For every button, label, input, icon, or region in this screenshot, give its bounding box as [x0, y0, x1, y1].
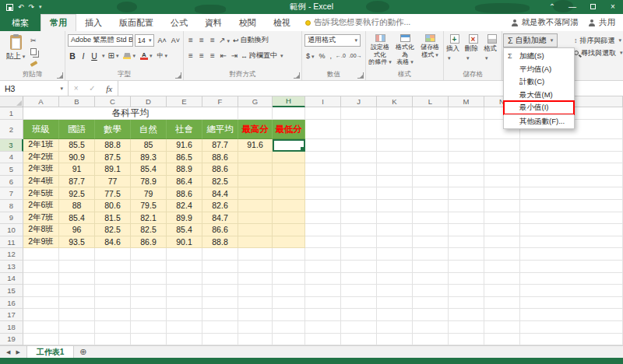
row-header-16[interactable]: 16 — [0, 297, 23, 310]
row-header-15[interactable]: 15 — [0, 285, 23, 297]
data-cell-E3[interactable]: 91.6 — [167, 139, 202, 152]
font-dialog-launcher-icon[interactable] — [175, 72, 181, 79]
data-cell-A8[interactable]: 2年6班 — [23, 200, 59, 212]
empty-cell[interactable] — [305, 273, 341, 285]
empty-cell[interactable] — [413, 200, 449, 212]
data-cell-D7[interactable]: 79 — [131, 187, 167, 200]
empty-cell[interactable] — [449, 248, 484, 261]
tab-review[interactable]: 校閱 — [231, 14, 265, 31]
column-header-H[interactable]: H — [273, 96, 305, 107]
row-header-7[interactable]: 7 — [0, 187, 23, 200]
empty-cell[interactable] — [305, 261, 341, 273]
row-header-4[interactable]: 4 — [0, 152, 23, 164]
paste-button[interactable]: 貼上▾ — [2, 33, 29, 71]
align-bottom-icon[interactable]: ≡ — [208, 36, 217, 44]
data-cell-A6[interactable]: 2年4班 — [23, 176, 59, 188]
empty-cell[interactable] — [341, 224, 377, 236]
empty-cell[interactable] — [341, 120, 377, 139]
empty-cell[interactable] — [341, 176, 377, 188]
empty-cell[interactable] — [23, 297, 59, 310]
empty-cell[interactable] — [484, 163, 520, 176]
empty-cell[interactable] — [449, 187, 484, 200]
save-icon[interactable] — [6, 4, 13, 11]
data-cell-D5[interactable]: 85.4 — [131, 163, 167, 176]
data-cell-B8[interactable]: 88 — [59, 200, 95, 212]
data-cell-D9[interactable]: 82.1 — [131, 212, 167, 225]
sort-filter-button[interactable]: ↕ 排序與篩選▾ — [574, 34, 623, 47]
data-cell-C10[interactable]: 82.5 — [95, 224, 131, 236]
empty-cell[interactable] — [23, 309, 59, 321]
currency-format-icon[interactable]: $▾ — [304, 52, 316, 60]
empty-cell[interactable] — [377, 334, 413, 346]
merged-title-cell[interactable]: 各科平均 — [23, 107, 238, 120]
empty-cell[interactable] — [59, 273, 95, 285]
data-cell-A9[interactable]: 2年7班 — [23, 212, 59, 225]
underline-button[interactable]: U — [90, 51, 99, 61]
data-cell-F4[interactable]: 88.6 — [202, 152, 238, 164]
data-cell-B7[interactable]: 92.5 — [59, 187, 95, 200]
data-cell-G3[interactable]: 91.6 — [238, 139, 273, 152]
empty-cell[interactable] — [95, 285, 131, 297]
enter-icon[interactable]: ✓ — [89, 84, 95, 93]
data-cell-D10[interactable]: 82.5 — [131, 224, 167, 236]
empty-cell[interactable] — [449, 261, 484, 273]
empty-cell[interactable] — [23, 248, 59, 261]
empty-cell[interactable] — [484, 248, 520, 261]
format-cells-button[interactable]: 格式▾ — [484, 34, 500, 71]
empty-cell[interactable] — [484, 139, 520, 152]
empty-cell[interactable] — [95, 321, 131, 334]
empty-cell[interactable] — [377, 261, 413, 273]
empty-cell[interactable] — [413, 261, 449, 273]
empty-cell[interactable] — [413, 309, 449, 321]
empty-cell[interactable] — [167, 261, 202, 273]
empty-cell[interactable] — [484, 334, 520, 346]
empty-cell[interactable] — [305, 120, 341, 139]
empty-cell[interactable] — [273, 273, 305, 285]
merge-center-button[interactable]: ↔ 跨欄置中▾ — [241, 51, 283, 61]
menu-item-sum[interactable]: Σ 加總(S) — [504, 50, 574, 63]
empty-cell[interactable] — [95, 309, 131, 321]
empty-cell[interactable] — [305, 297, 341, 310]
decrease-font-icon[interactable]: A˅ — [170, 37, 181, 44]
column-header-G[interactable]: G — [238, 96, 273, 107]
column-header-F[interactable]: F — [202, 96, 238, 107]
empty-cell[interactable] — [377, 187, 413, 200]
empty-cell[interactable] — [167, 321, 202, 334]
empty-cell[interactable] — [202, 297, 238, 310]
empty-cell[interactable] — [341, 212, 377, 225]
empty-cell[interactable] — [238, 309, 273, 321]
empty-cell[interactable] — [449, 139, 484, 152]
empty-cell[interactable] — [449, 297, 484, 310]
empty-cell[interactable] — [305, 163, 341, 176]
empty-cell[interactable] — [238, 273, 273, 285]
autosum-button[interactable]: Σ 自動加總 ▾ — [503, 33, 558, 47]
close-icon[interactable]: × — [603, 0, 623, 14]
font-size-combo[interactable]: 14▾ — [135, 34, 155, 47]
empty-cell[interactable] — [341, 334, 377, 346]
data-cell-C7[interactable]: 77.5 — [95, 187, 131, 200]
empty-cell[interactable] — [95, 261, 131, 273]
empty-cell[interactable] — [23, 285, 59, 297]
empty-cell[interactable] — [305, 285, 341, 297]
column-header-A[interactable]: A — [23, 96, 59, 107]
empty-cell[interactable] — [449, 152, 484, 164]
menu-item-count[interactable]: 計數(C) — [504, 75, 574, 89]
empty-cell[interactable] — [273, 309, 305, 321]
empty-cell[interactable] — [413, 152, 449, 164]
data-cell-C9[interactable]: 81.5 — [95, 212, 131, 225]
data-cell-C3[interactable]: 88.8 — [95, 139, 131, 152]
empty-cell[interactable] — [23, 261, 59, 273]
empty-cell[interactable] — [377, 273, 413, 285]
table-header-cell-B2[interactable]: 國語 — [59, 120, 95, 139]
empty-cell[interactable] — [377, 176, 413, 188]
empty-cell[interactable] — [95, 334, 131, 346]
column-header-C[interactable]: C — [95, 96, 131, 107]
percent-format-icon[interactable]: % — [318, 52, 327, 60]
select-all-button[interactable] — [0, 96, 23, 107]
empty-cell[interactable] — [449, 120, 484, 139]
insert-cells-button[interactable]: + 插入▾ — [446, 34, 463, 71]
empty-cell[interactable] — [377, 139, 413, 152]
empty-cell[interactable] — [167, 309, 202, 321]
empty-cell[interactable] — [202, 285, 238, 297]
number-dialog-launcher-icon[interactable] — [357, 72, 364, 79]
